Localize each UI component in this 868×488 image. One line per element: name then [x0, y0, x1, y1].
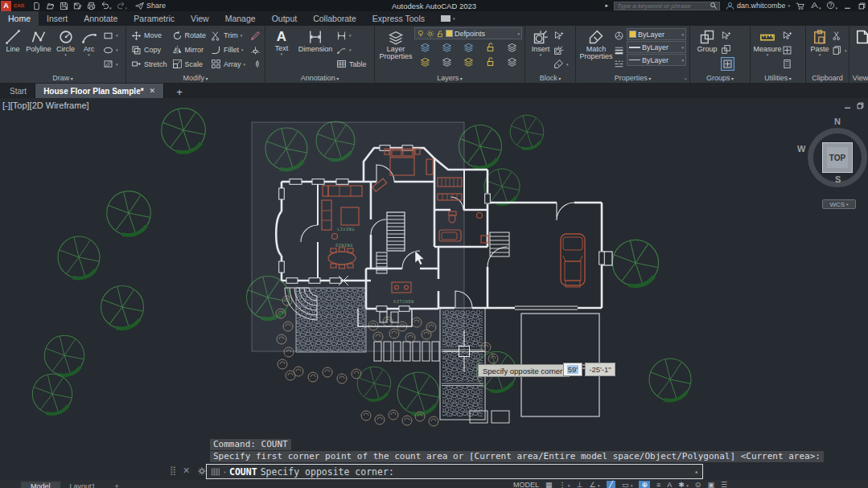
layer-dropdown-caret-icon[interactable]: ▾ [517, 31, 520, 36]
layer-thaw-button[interactable] [459, 55, 477, 68]
drawing-area[interactable]: LIVING DINING KITCHEN [-][Top][2D Wirefr… [0, 98, 868, 488]
window-minimize-icon[interactable] [843, 2, 852, 10]
panel-label-annotation[interactable]: Annotation [265, 74, 374, 82]
share-button[interactable]: Share [135, 2, 166, 10]
tab-annotate[interactable]: Annotate [76, 11, 125, 26]
undo-button[interactable]: ▾ [101, 1, 112, 11]
lineweight-toggle-icon[interactable]: ≡ [656, 481, 660, 488]
command-bar-drag-handle[interactable]: ⣿ [170, 465, 175, 476]
panel-label-properties[interactable]: Properties [576, 74, 689, 82]
panel-label-block[interactable]: Block [525, 74, 575, 82]
autocad-logo-icon[interactable]: A [1, 1, 11, 11]
model-space-toggle[interactable]: MODEL [513, 481, 539, 488]
tab-home[interactable]: Home [0, 11, 39, 26]
lineweight-icon[interactable] [614, 43, 627, 57]
isolate-objects-icon[interactable]: ▣ [707, 481, 714, 488]
search-icon[interactable] [710, 2, 718, 10]
collapse-arrow-icon[interactable]: ▸ [605, 2, 608, 9]
panel-label-layers[interactable]: Layers [375, 74, 525, 82]
copy-button[interactable]: Copy [131, 43, 167, 57]
block-editor-button[interactable]: ▾ [553, 57, 569, 71]
group-button[interactable]: Group [693, 27, 721, 71]
viewcube-south[interactable]: S [835, 174, 841, 184]
drawing-restore-icon[interactable] [856, 101, 865, 110]
layer-properties-button[interactable]: Layer Properties [377, 27, 414, 71]
ortho-toggle-icon[interactable]: ⊥ [577, 481, 583, 488]
ribbon-display-toggle[interactable]: ▾ [433, 11, 463, 26]
panel-label-groups[interactable]: Groups [690, 74, 750, 82]
close-tab-icon[interactable]: ✕ [150, 87, 156, 95]
arc-button[interactable]: Arc▾ [78, 27, 100, 71]
new-tab-button[interactable]: + [172, 86, 187, 98]
app-store-cart-icon[interactable] [796, 2, 804, 10]
command-recent-icon[interactable] [211, 467, 220, 477]
panel-label-view[interactable]: View [849, 74, 868, 82]
plot-icon[interactable] [87, 2, 96, 10]
viewport-controls-label[interactable]: [-][Top][2D Wireframe] [2, 100, 89, 110]
erase-button[interactable] [250, 29, 261, 43]
layer-unisolate-button[interactable] [438, 55, 455, 68]
window-restore-icon[interactable] [858, 2, 866, 10]
save-icon[interactable] [60, 2, 68, 10]
command-input-bar[interactable]: ▾ COUNT Specify opposite corner: ▴ [206, 464, 703, 479]
id-point-button[interactable] [782, 43, 792, 57]
help-menu[interactable]: ▾ [826, 1, 837, 11]
tracking-toggle-icon[interactable]: ▭ ▾ [622, 481, 633, 488]
group-edit-button[interactable] [721, 29, 734, 43]
multileader-style-button[interactable]: ▾ [336, 29, 367, 43]
autodesk-app-menu[interactable]: ▾ [810, 1, 821, 11]
polyline-button[interactable]: Polyline [24, 27, 53, 71]
customization-menu-icon[interactable]: ☰ [721, 481, 727, 488]
layer-states-button[interactable] [503, 40, 520, 54]
measure-button[interactable]: Measure▾ [753, 27, 782, 71]
cut-clip-button[interactable] [832, 29, 847, 43]
polar-toggle-icon[interactable]: ∠ ▾ [589, 481, 599, 488]
tab-manage[interactable]: Manage [217, 11, 264, 26]
tab-output[interactable]: Output [264, 11, 306, 26]
ellipse-button[interactable]: ▾ [103, 43, 118, 57]
ungroup-button[interactable] [721, 43, 734, 57]
quick-select-button[interactable] [782, 29, 792, 43]
quick-calculator-button[interactable] [782, 57, 792, 71]
panel-label-draw[interactable]: Draw [0, 74, 125, 82]
explode-button[interactable] [250, 43, 261, 57]
tab-insert[interactable]: Insert [39, 11, 76, 26]
define-attributes-button[interactable] [553, 43, 569, 57]
workspace-gear-icon[interactable]: ⊙ [695, 481, 701, 488]
array-button[interactable]: Array▾ [211, 57, 245, 71]
match-properties-button[interactable]: Match Properties [578, 27, 614, 71]
move-button[interactable]: Move [131, 29, 167, 43]
linetype-dropdown[interactable]: ByLayer▾ [627, 54, 686, 66]
isodraft-toggle-icon[interactable]: ╱ [607, 481, 615, 488]
leader-button[interactable]: ▾ [336, 43, 367, 57]
wcs-menu[interactable]: WCS▾ [822, 199, 856, 209]
base-view-button[interactable] [853, 27, 868, 71]
layer-freeze-button[interactable] [459, 40, 477, 54]
redo-button[interactable]: ▾ [117, 1, 128, 11]
create-block-button[interactable] [553, 29, 569, 43]
grid-toggle-icon[interactable]: ▦ [545, 481, 553, 488]
account-menu[interactable]: dan.whitcombe ▾ [726, 2, 790, 10]
line-button[interactable]: Line [2, 27, 24, 71]
offset-button[interactable] [250, 57, 261, 71]
viewcube[interactable]: N W S E TOP [800, 118, 868, 211]
text-button[interactable]: A Text▾ [269, 27, 294, 71]
viewcube-west[interactable]: W [797, 144, 805, 154]
scale-button[interactable]: Scale [172, 57, 207, 71]
viewcube-north[interactable]: N [834, 117, 841, 126]
circle-button[interactable]: Circle▾ [53, 27, 78, 71]
panel-label-clipboard[interactable]: Clipboard [806, 74, 849, 82]
layer-match-button[interactable] [503, 55, 520, 68]
annotation-scale-icon[interactable]: A [667, 481, 672, 488]
copy-clip-button[interactable]: ▾ [832, 43, 847, 57]
annotation-visibility-icon[interactable]: ✱ ▾ [678, 481, 689, 488]
insert-block-button[interactable]: Insert▾ [528, 27, 553, 71]
color-wheel-icon[interactable] [614, 29, 627, 43]
object-color-dropdown[interactable]: ByLayer▾ [627, 28, 686, 40]
linetype-icon[interactable] [614, 57, 627, 71]
paste-button[interactable]: Paste▾ [808, 27, 832, 71]
layout1-tab[interactable]: Layout1 [60, 482, 105, 488]
rectangle-button[interactable]: ▾ [103, 29, 118, 43]
tab-view[interactable]: View [183, 11, 217, 26]
dynamic-input-x-field[interactable]: 59' [563, 363, 582, 376]
